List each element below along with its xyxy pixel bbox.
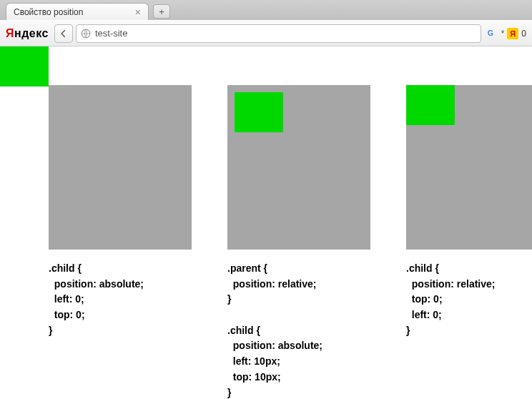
example1-code: .child { position: absolute; left: 0; to… [49,261,192,338]
globe-icon [81,29,91,39]
example-2: .parent { position: relative; } .child {… [227,85,370,399]
example3-code: .child { position: relative; top: 0; lef… [406,261,532,338]
example2-parent-box [227,85,370,250]
examples-row: .child { position: absolute; left: 0; to… [0,46,532,399]
badge-count: 0 [521,29,526,39]
svg-text:G: G [487,29,493,37]
browser-chrome: Свойство position × + Яндекс test-site G… [0,0,532,46]
google-icon[interactable]: G [487,28,498,39]
example3-child-box [406,85,455,125]
toolbar: Яндекс test-site G * Я 0 [0,20,532,46]
example2-child-box [235,92,283,132]
star-label: * [501,29,505,39]
example-1: .child { position: absolute; left: 0; to… [49,85,192,399]
example1-parent-box [49,85,192,250]
page-content: .child { position: absolute; left: 0; to… [0,46,532,399]
yandex-logo[interactable]: Яндекс [6,27,49,40]
brand-ya: Я [6,27,14,39]
example3-parent-box [406,85,532,250]
arrow-left-icon [59,29,69,39]
brand-ndex: ндекс [14,27,49,39]
close-icon[interactable]: × [135,7,141,17]
toolbar-right: G * Я 0 [487,28,526,39]
tab-title: Свойство position [14,7,83,17]
yandex-icon[interactable]: Я [507,28,518,39]
tab-bar: Свойство position × + [0,0,532,20]
back-button[interactable] [54,24,73,43]
address-bar[interactable]: test-site [76,24,481,43]
browser-tab[interactable]: Свойство position × [6,3,149,20]
address-text: test-site [95,28,128,39]
example-3: .child { position: relative; top: 0; lef… [406,85,532,399]
example2-code: .parent { position: relative; } .child {… [227,261,370,399]
new-tab-button[interactable]: + [153,4,170,19]
